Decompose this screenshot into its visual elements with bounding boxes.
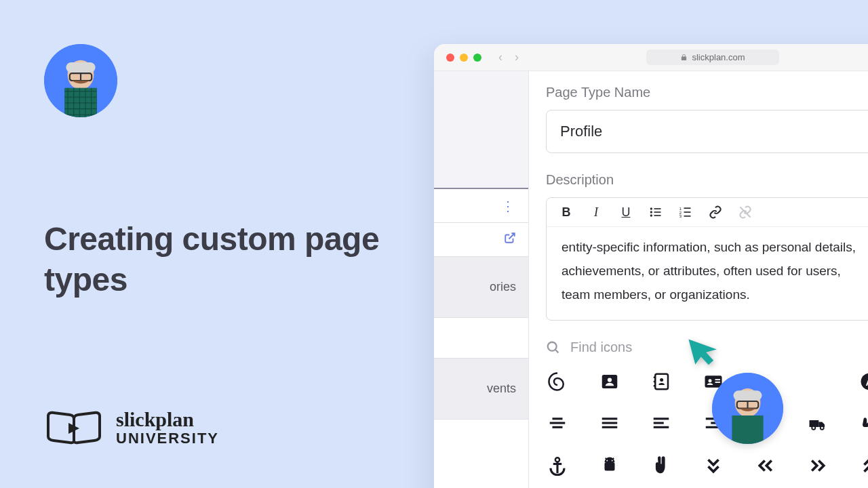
page-title: Creating custom page types [44,219,390,300]
svg-point-14 [650,214,652,216]
svg-point-53 [820,426,823,430]
unlink-button[interactable] [738,205,753,220]
svg-rect-44 [654,418,669,420]
brand-name: slickplan [116,409,219,430]
sidebar-item-label[interactable]: ories [490,280,516,294]
presenter-avatar-small [712,373,783,444]
sidebar-item-label[interactable]: vents [487,382,516,396]
svg-point-23 [548,342,557,351]
svg-rect-57 [604,462,614,471]
icon-option-chevrons-left[interactable] [754,454,777,477]
svg-rect-19 [684,211,691,213]
more-menu-icon[interactable]: ⋮ [501,198,516,214]
icon-option-truck[interactable] [806,412,829,435]
icon-option-android[interactable] [598,454,621,477]
icon-option-asl[interactable] [858,412,868,435]
svg-point-26 [608,378,612,382]
close-icon[interactable] [446,54,454,62]
svg-rect-41 [601,418,617,420]
browser-titlebar: ‹ › slickplan.com [434,44,868,71]
open-external-icon[interactable] [504,232,516,247]
page-type-name-input[interactable]: Profile [546,110,868,153]
svg-rect-46 [654,426,669,428]
icon-search-input[interactable]: Find icons [570,340,632,355]
minimize-icon[interactable] [460,54,468,62]
svg-rect-13 [654,211,661,213]
browser-window: ‹ › slickplan.com ⋮ ories vents Page Typ… [434,44,868,488]
icon-option-hidden [806,370,829,393]
svg-point-54 [555,458,559,462]
svg-rect-45 [654,422,664,424]
icon-option-align-left[interactable] [650,412,673,435]
zoom-icon[interactable] [473,54,481,62]
icon-option-anchor[interactable] [546,454,569,477]
icon-option-chevrons-right[interactable] [806,454,829,477]
svg-point-10 [650,207,652,209]
svg-rect-40 [553,426,563,428]
icon-option-id-card[interactable] [598,370,621,393]
svg-rect-64 [734,390,762,401]
svg-rect-65 [732,415,763,444]
icon-option-spiral[interactable] [546,370,569,393]
address-bar[interactable]: slickplan.com [646,49,778,65]
description-editor[interactable]: B I U 123 entity-specific information, s… [546,197,868,321]
svg-rect-34 [715,380,721,381]
svg-rect-35 [715,382,721,383]
svg-rect-42 [601,422,617,424]
name-field-label: Page Type Name [546,85,868,100]
bold-button[interactable]: B [559,205,574,220]
svg-point-12 [650,211,652,213]
svg-rect-38 [553,418,563,420]
icon-picker-grid: A [546,370,868,477]
svg-point-33 [709,380,712,383]
description-text[interactable]: entity-specific information, such as per… [547,227,868,320]
book-play-icon [44,408,104,447]
bullet-list-button[interactable] [648,205,663,220]
svg-rect-17 [684,207,691,209]
forward-button: › [515,50,519,64]
svg-point-52 [812,426,815,430]
editor-toolbar: B I U 123 [547,198,868,227]
link-button[interactable] [708,205,723,220]
search-icon [546,340,561,355]
icon-option-circle-a[interactable]: A [858,370,868,393]
icon-option-align-justify[interactable] [598,412,621,435]
svg-point-28 [660,378,664,382]
back-button[interactable]: ‹ [498,50,502,64]
svg-rect-11 [654,208,661,209]
url-text: slickplan.com [692,52,745,62]
icon-option-chevrons-up[interactable] [858,454,868,477]
svg-rect-4 [64,88,97,117]
icon-option-chevrons-down[interactable] [702,454,725,477]
svg-rect-15 [654,215,661,216]
svg-rect-39 [550,422,566,424]
icon-option-address-book[interactable] [650,370,673,393]
lock-icon [680,54,688,61]
icon-option-align-center[interactable] [546,412,569,435]
brand-lockup: slickplan UNIVERSITY [44,408,219,447]
underline-button[interactable]: U [618,205,633,220]
presenter-avatar [44,44,117,117]
icon-option-peace[interactable] [650,454,673,477]
left-panel-sliver: ⋮ ories vents [434,71,529,488]
svg-rect-2 [66,62,95,73]
brand-sub: UNIVERSITY [116,431,219,446]
svg-rect-21 [684,216,691,217]
description-field-label: Description [546,172,868,188]
svg-line-24 [555,350,559,353]
svg-rect-43 [601,426,617,428]
italic-button[interactable]: I [589,205,604,220]
numbered-list-button[interactable]: 123 [678,205,693,220]
svg-text:3: 3 [679,214,682,218]
